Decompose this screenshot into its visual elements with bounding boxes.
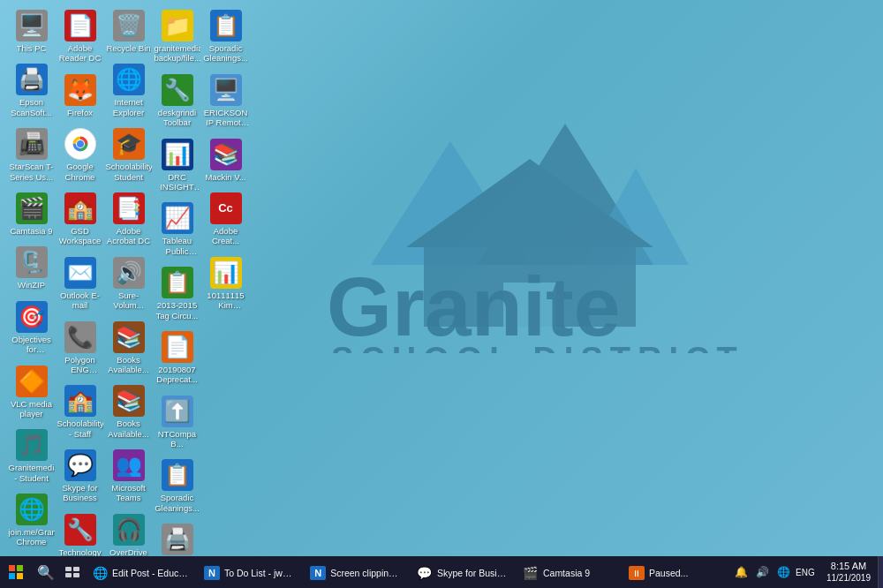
svg-rect-14 bbox=[17, 573, 23, 579]
icon-ntcompat[interactable]: ⬆️ NTCompa B... bbox=[153, 393, 201, 452]
taskbar: 🔍 🌐 Edit Post - Educat... N To Do List -… bbox=[0, 556, 883, 588]
taskbar-app-skype[interactable]: 💬 Skype for Busin... bbox=[410, 556, 516, 588]
skype-taskbar-label: Skype for Busin... bbox=[437, 568, 509, 578]
icon-camtasia[interactable]: 🎬 Camtasia 9 bbox=[7, 190, 56, 238]
icon-teams[interactable]: 👥 Microsoft Teams bbox=[104, 447, 153, 506]
icon-erickson[interactable]: 🖥️ ERICKSON IP Remote Asc... bbox=[201, 72, 250, 131]
clock-date: 11/21/2019 bbox=[826, 573, 871, 584]
icon-10111115[interactable]: 📊 10111115 Kim Reinfor... bbox=[201, 254, 250, 313]
network-icon[interactable]: 🌐 bbox=[774, 556, 794, 588]
icon-firefox[interactable]: 🦊 Firefox bbox=[56, 72, 104, 120]
icon-polygon[interactable]: 📞 Polygon ENG Comm... bbox=[56, 319, 104, 378]
icon-deskgrindi[interactable]: 🔧 deskgrindi Toolbar bbox=[153, 72, 201, 131]
volume-icon[interactable]: 🔊 bbox=[753, 556, 773, 588]
icon-adobe-cc[interactable]: Cc Adobe Creat... bbox=[201, 190, 250, 249]
icon-recycle[interactable]: 🗑️ Recycle Bin bbox=[104, 7, 153, 56]
svg-marker-0 bbox=[371, 141, 530, 265]
clock-time: 8:15 AM bbox=[831, 561, 866, 572]
desktop: Granite SCHOOL DISTRICT 🖥️ This PC 🖨️ Ep… bbox=[0, 0, 883, 556]
svg-rect-12 bbox=[17, 565, 23, 571]
todo-icon: N bbox=[204, 566, 220, 580]
icon-sporadic2[interactable]: 📋 Sporadic Gleanings... bbox=[153, 456, 201, 516]
icon-20190807[interactable]: 📄 20190807 Deprecat... bbox=[153, 328, 201, 388]
icon-overdrive[interactable]: 🎧 OverDrive AudioBooks bbox=[104, 511, 153, 556]
taskbar-system-tray: 🔔 🔊 🌐 ENG bbox=[728, 556, 819, 588]
svg-rect-3 bbox=[424, 238, 636, 327]
svg-rect-15 bbox=[65, 567, 72, 571]
icon-skype[interactable]: 💬 Skype for Business bbox=[56, 447, 104, 506]
taskbar-app-todo[interactable]: N To Do List - jwhit... bbox=[197, 556, 303, 588]
notification-icon[interactable]: 🔔 bbox=[732, 556, 751, 588]
icon-ie[interactable]: 🌐 Internet Explorer bbox=[104, 61, 153, 120]
icon-epson[interactable]: 🖨️ Epson ScanSoft... bbox=[7, 61, 56, 120]
svg-text:Granite: Granite bbox=[327, 260, 621, 353]
screen-clip-icon: N bbox=[310, 566, 326, 580]
svg-rect-5 bbox=[503, 283, 556, 327]
icon-tableau[interactable]: 📈 Tableau Public 2019.2 bbox=[153, 200, 201, 259]
todo-label: To Do List - jwhit... bbox=[224, 568, 296, 578]
edit-post-label: Edit Post - Educat... bbox=[112, 568, 190, 578]
taskbar-app-screen-clip[interactable]: N Screen clipping t... bbox=[303, 556, 410, 588]
keyboard-icon[interactable]: ENG bbox=[796, 556, 815, 588]
icon-sporadic[interactable]: 📋 Sporadic Gleanings... bbox=[201, 7, 250, 66]
screen-clip-label: Screen clipping t... bbox=[330, 568, 403, 578]
icon-granitemedia-student[interactable]: 🎵 Granitemedia - Student bbox=[7, 426, 56, 486]
taskbar-app-edit-post[interactable]: 🌐 Edit Post - Educat... bbox=[85, 556, 197, 588]
logo: Granite SCHOOL DISTRICT bbox=[318, 71, 777, 357]
icon-mackin[interactable]: 📚 Mackin V... bbox=[201, 136, 250, 185]
svg-rect-13 bbox=[9, 573, 15, 579]
taskbar-app-camtasia[interactable]: 🎬 Camtasia 9 bbox=[516, 556, 622, 588]
taskbar-search[interactable]: 🔍 bbox=[34, 560, 58, 584]
paused-taskbar-icon: ⏸ bbox=[629, 566, 645, 580]
edit-post-icon: 🌐 bbox=[92, 565, 108, 581]
icon-granite-media[interactable]: 📁 granitemedia backup/file... bbox=[153, 7, 201, 66]
icon-schoolability-staff[interactable]: 🏫 Schoolability - Staff bbox=[56, 382, 104, 441]
icon-vlc[interactable]: 🔶 VLC media player bbox=[7, 363, 56, 422]
icon-outlook[interactable]: ✉️ Outlook E-mail bbox=[56, 254, 104, 313]
icon-schoolability[interactable]: 🎓 Schoolability Student bbox=[104, 125, 153, 185]
icon-drc[interactable]: 📊 DRC INSIGHT Online-Asc... bbox=[153, 136, 201, 195]
icon-acrobat[interactable]: 📄 Adobe Reader DC bbox=[56, 7, 104, 66]
icon-2013-2015[interactable]: 📋 2013-2015 Tag Circu... bbox=[153, 264, 201, 323]
taskbar-task-view[interactable] bbox=[60, 560, 85, 584]
svg-rect-16 bbox=[73, 567, 79, 571]
icon-join-me[interactable]: 🌐 join.me/Granite Chrome bbox=[7, 491, 56, 550]
svg-rect-17 bbox=[65, 573, 72, 577]
svg-point-10 bbox=[77, 140, 84, 147]
svg-marker-4 bbox=[406, 159, 653, 247]
taskbar-clock[interactable]: 8:15 AM 11/21/2019 bbox=[819, 556, 878, 588]
svg-rect-18 bbox=[73, 573, 79, 577]
taskbar-apps: 🌐 Edit Post - Educat... N To Do List - j… bbox=[85, 556, 728, 588]
icon-sure-vol[interactable]: 🔊 Sure-Volum... bbox=[104, 254, 153, 313]
svg-marker-2 bbox=[583, 168, 689, 265]
paused-taskbar-label: Paused... bbox=[649, 568, 688, 578]
icon-startscan[interactable]: 📠 StarScan T-Series Us... bbox=[7, 125, 56, 185]
icon-chrome[interactable]: Google Chrome bbox=[56, 125, 104, 185]
icon-acrobat-dc[interactable]: 📑 Adobe Acrobat DC bbox=[104, 190, 153, 249]
icon-books-avail[interactable]: 📚 Books Available... bbox=[104, 319, 153, 378]
icon-tech-work[interactable]: 🔧 Technology Work Order bbox=[56, 511, 104, 556]
icon-this-pc[interactable]: 🖥️ This PC bbox=[7, 7, 56, 56]
icon-books-avail2[interactable]: 📚 Books Available... bbox=[104, 382, 153, 441]
icon-gsd[interactable]: 🏫 GSD Workspace bbox=[56, 190, 104, 249]
camtasia-taskbar-icon: 🎬 bbox=[523, 565, 539, 581]
show-desktop-button[interactable] bbox=[878, 556, 883, 588]
taskbar-app-paused[interactable]: ⏸ Paused... bbox=[622, 556, 728, 588]
skype-taskbar-icon: 💬 bbox=[417, 565, 433, 581]
icon-print-manage[interactable]: 🖨️ Print Management... bbox=[153, 521, 201, 556]
camtasia-taskbar-label: Camtasia 9 bbox=[543, 568, 590, 578]
svg-text:SCHOOL DISTRICT: SCHOOL DISTRICT bbox=[331, 341, 744, 353]
start-button[interactable] bbox=[0, 556, 32, 588]
svg-rect-11 bbox=[9, 565, 15, 571]
icon-objectives[interactable]: 🎯 Objectives for Windows bbox=[7, 298, 56, 358]
svg-marker-1 bbox=[477, 124, 653, 265]
icon-winzip[interactable]: 🗜️ WinZIP bbox=[7, 244, 56, 292]
